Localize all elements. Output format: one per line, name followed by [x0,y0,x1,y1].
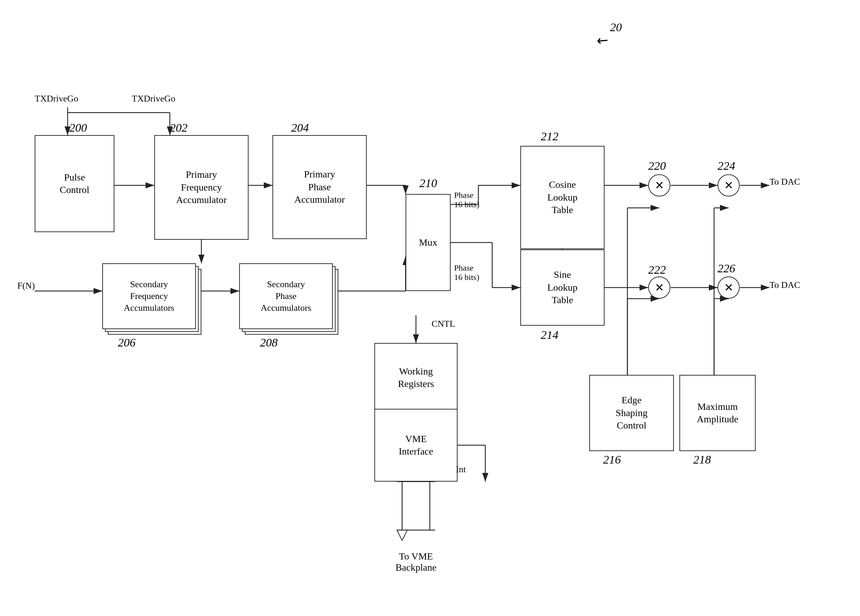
to-vme-backplane-label: To VME Backplane [374,551,458,573]
ref-20-arrow: ↗ [592,31,612,51]
multiplier-220: ✕ [648,174,670,196]
sine-lookup-block: Sine Lookup Table [520,249,604,326]
ref-222: 222 [648,263,666,276]
edge-shaping-label: Edge Shaping Control [616,394,648,432]
max-amplitude-label: Maximum Amplitude [697,401,738,426]
to-dac-label-1: To DAC [769,177,800,187]
ref-20: 20 [610,21,622,34]
mux-label: Mux [419,236,438,249]
cosine-lookup-label: Cosine Lookup Table [547,179,578,216]
ref-206: 206 [118,336,135,349]
cntl-label: CNTL [432,319,455,329]
ref-224: 224 [717,159,735,172]
multiplier-220-symbol: ✕ [655,179,664,192]
secondary-phase-acc-label: Secondary Phase Accumulators [261,279,311,313]
txdrivego-label-2: TXDriveGo [132,94,176,104]
int-label: Int [456,464,466,475]
pulse-control-label: Pulse Control [60,171,89,196]
primary-phase-acc-block: Primary Phase Accumulator [273,135,367,239]
to-vme-backplane-text: To VME Backplane [395,551,436,573]
primary-phase-acc-label: Primary Phase Accumulator [294,168,345,206]
primary-freq-acc-block: Primary Frequency Accumulator [154,135,248,240]
multiplier-222-symbol: ✕ [655,281,664,294]
svg-marker-38 [397,530,407,541]
secondary-phase-acc-stack: Secondary Phase Accumulators [239,263,338,332]
mux-block: Mux [406,194,450,291]
multiplier-224-symbol: ✕ [724,179,733,192]
ref-204: 204 [291,121,309,135]
vme-interface-block: VME Interface [374,409,458,481]
primary-freq-acc-label: Primary Frequency Accumulator [176,168,227,206]
multiplier-226-symbol: ✕ [724,281,733,294]
ref-218: 218 [693,453,711,466]
phase-16-label-1: Phase16 bits) [454,191,479,209]
working-registers-block: Working Registers [374,343,458,412]
max-amplitude-block: Maximum Amplitude [680,375,756,451]
working-registers-label: Working Registers [398,365,434,390]
multiplier-222: ✕ [648,276,670,299]
pulse-control-block: Pulse Control [35,135,115,232]
ref-200: 200 [69,121,87,135]
multiplier-224: ✕ [717,174,740,196]
cosine-lookup-block: Cosine Lookup Table [520,146,604,249]
ref-208: 208 [260,336,278,349]
secondary-freq-acc-stack: Secondary Frequency Accumulators [102,263,201,332]
multiplier-226: ✕ [717,276,740,299]
ref-226: 226 [717,262,735,275]
edge-shaping-block: Edge Shaping Control [589,375,674,451]
txdrivego-label-1: TXDriveGo [35,94,78,104]
to-dac-label-2: To DAC [769,280,800,290]
ref-216: 216 [603,453,621,466]
ref-220: 220 [648,159,666,172]
fn-label: F(N) [17,281,35,291]
ref-210: 210 [419,177,437,190]
ref-212: 212 [541,130,559,143]
ref-214: 214 [541,328,559,342]
secondary-freq-acc-label: Secondary Frequency Accumulators [124,279,174,313]
phase-16-label-2: Phase16 bits) [454,263,479,282]
ref-202: 202 [170,121,188,135]
vme-interface-label: VME Interface [399,433,433,458]
sine-lookup-label: Sine Lookup Table [547,268,578,306]
diagram-container: 20 ↗ TXDriveGo TXDriveGo 200 202 204 Pul… [0,0,860,616]
